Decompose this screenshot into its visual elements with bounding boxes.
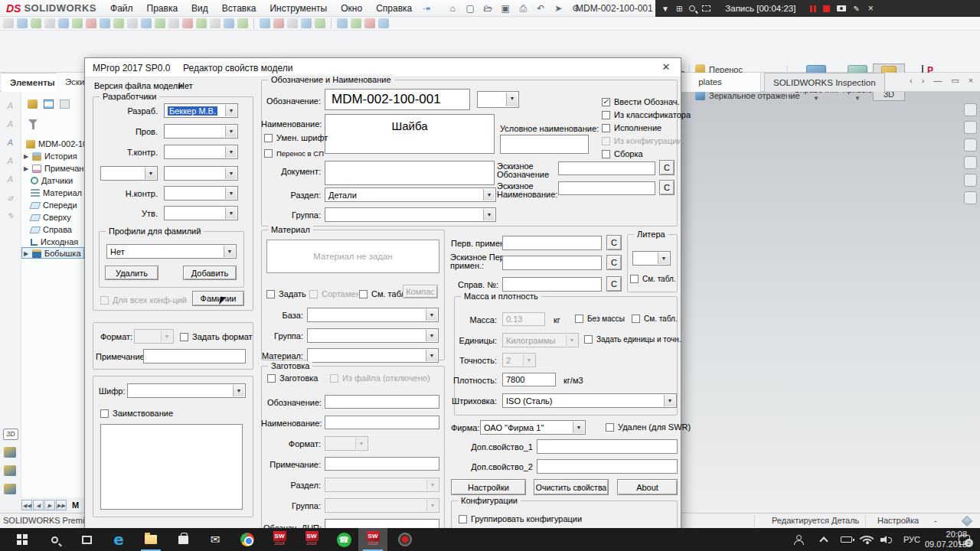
whatsapp-button[interactable]: ☎ (329, 528, 358, 551)
toolbar-icon[interactable] (196, 18, 207, 28)
expand-arrow-icon[interactable]: ▶ (23, 165, 29, 172)
sketch-first-use-input[interactable] (502, 256, 602, 270)
store-button[interactable] (168, 528, 198, 551)
copy-button[interactable]: C (606, 276, 622, 292)
toolbar-icon[interactable] (44, 18, 55, 28)
small-font-checkbox[interactable]: Умен. шрифт (264, 133, 328, 142)
rec-zoom-icon[interactable] (689, 5, 695, 11)
toolbar-icon[interactable] (155, 18, 165, 28)
borrow-listbox[interactable] (100, 424, 243, 510)
feature-icon[interactable] (4, 447, 16, 458)
tab-features[interactable]: Элементы (2, 73, 64, 92)
tray-volume[interactable] (880, 528, 891, 551)
material-group-combo[interactable] (307, 328, 439, 343)
edge-button[interactable]: e (104, 528, 133, 551)
units-combo[interactable]: Килограммы (502, 333, 579, 347)
dialog-close-icon[interactable]: ✕ (653, 58, 679, 77)
solidworks-2016-button[interactable]: SW 2016 (297, 528, 326, 551)
property-manager-tab-icon[interactable] (44, 99, 54, 109)
close-recorder-icon[interactable]: × (868, 3, 874, 14)
restore-icon[interactable]: ▭ (951, 76, 959, 86)
menu-tools[interactable]: Инструменты (263, 2, 333, 15)
feature-icon[interactable] (4, 465, 16, 476)
note-input[interactable] (143, 349, 246, 364)
first-tab-icon[interactable]: ◀◀ (21, 500, 32, 510)
toolbar-icon[interactable] (182, 18, 193, 28)
tree-item-root[interactable]: MDM-002-10 (21, 139, 84, 148)
start-button[interactable] (8, 528, 37, 551)
about-button[interactable]: About (617, 479, 678, 495)
blank-checkbox[interactable]: Заготовка (267, 373, 318, 383)
tree-item-material[interactable]: Материал (21, 188, 84, 197)
recorder-app-button[interactable] (390, 528, 420, 551)
menu-file[interactable]: Файл (104, 2, 139, 15)
tray-action-center[interactable]: 2 (959, 528, 970, 551)
enter-designation-checkbox[interactable]: Ввести Обознач. (602, 97, 680, 106)
tray-people[interactable] (793, 528, 804, 551)
firm-combo[interactable]: ОАО "Фирма 1" (480, 420, 586, 435)
execution-checkbox[interactable]: Исполнение (602, 123, 662, 132)
expand-arrow-icon[interactable]: ▶ (23, 153, 29, 160)
view-tool-icon[interactable] (964, 139, 977, 152)
material-base-combo[interactable] (307, 308, 439, 322)
group-combo[interactable] (325, 207, 496, 222)
tree-item-boss-extrude[interactable]: ▶ Бобышка (21, 249, 84, 258)
annotation-icon[interactable]: A (4, 155, 17, 167)
menu-edit[interactable]: Правка (141, 2, 185, 15)
approver-combo[interactable] (164, 206, 238, 220)
toolbar-icon[interactable] (315, 18, 325, 28)
new-file-icon[interactable]: ▢ (464, 2, 476, 14)
print-icon[interactable]: ⎙ (517, 2, 529, 14)
developer-combo[interactable]: Беккер М.В. (164, 103, 238, 118)
toolbar-icon[interactable] (58, 18, 69, 28)
file-explorer-button[interactable] (136, 528, 165, 551)
annotation-icon[interactable]: A (4, 99, 17, 112)
menu-view[interactable]: Вид (185, 2, 214, 15)
sketch-name-input[interactable] (558, 181, 655, 195)
tree-item-annotations[interactable]: ▶ Примечания (21, 164, 84, 173)
tree-item-sensors[interactable]: Датчики (21, 176, 84, 185)
configuration-tab-icon[interactable] (60, 99, 70, 109)
assortment-checkbox[interactable]: Сортамент (309, 289, 364, 298)
toolbar-icon[interactable] (72, 18, 83, 28)
format-combo[interactable] (134, 329, 174, 344)
precision-combo[interactable]: 2 (502, 353, 536, 367)
tree-item-front-plane[interactable]: Спереди (21, 201, 84, 210)
mass-see-table-checkbox[interactable]: См. табл. (632, 315, 678, 323)
toolbar-icon[interactable] (86, 18, 96, 28)
section-combo[interactable]: Детали (325, 187, 496, 202)
blank-name-input[interactable] (325, 416, 439, 429)
copy-button[interactable]: C (606, 255, 622, 270)
toolbar-icon[interactable] (168, 18, 179, 28)
toolbar-icon[interactable] (141, 18, 152, 28)
copy-button[interactable]: C (606, 235, 622, 250)
minimize-icon[interactable]: — (933, 76, 942, 86)
tab-solidworks-inspection[interactable]: SOLIDWORKS Inspection (764, 73, 885, 92)
material-combo[interactable] (307, 348, 439, 363)
clear-properties-button[interactable]: Очистить свойства (534, 479, 609, 495)
tray-battery[interactable] (841, 528, 852, 551)
solidworks-active-button[interactable]: SW 2018 (358, 528, 387, 551)
view-tool-icon[interactable] (964, 103, 977, 116)
toolbar-icon[interactable] (378, 18, 389, 28)
density-input[interactable] (502, 373, 556, 386)
scroll-left-icon[interactable]: ‹ (910, 76, 913, 86)
task-view-button[interactable] (72, 528, 101, 551)
next-tab-icon[interactable]: ▶ (44, 500, 55, 510)
sketch-designation-input[interactable] (558, 161, 655, 175)
extra-role-combo[interactable] (100, 166, 158, 181)
from-classifier-checkbox[interactable]: Из классификатора (602, 110, 691, 119)
deleted-for-swr-checkbox[interactable]: Удален (для SWR) (606, 422, 691, 432)
designation-field[interactable]: MDM-002-100-001 (325, 89, 470, 110)
add-profile-button[interactable]: Добавить (183, 266, 237, 280)
tree-item-history[interactable]: ▶ История (21, 152, 84, 161)
toolbar-icon[interactable] (260, 18, 270, 28)
pause-record-icon[interactable] (810, 5, 816, 12)
group-configurations-checkbox[interactable]: Группировать конфигурации (459, 514, 582, 523)
cipher-combo[interactable] (127, 383, 246, 398)
stop-record-icon[interactable] (823, 5, 830, 12)
from-configuration-checkbox[interactable]: Из конфигурации (602, 136, 682, 145)
annotation-icon[interactable]: A (4, 173, 17, 185)
tray-wifi[interactable] (861, 528, 873, 551)
from-file-checkbox[interactable]: Из файла (отключено) (330, 373, 430, 383)
